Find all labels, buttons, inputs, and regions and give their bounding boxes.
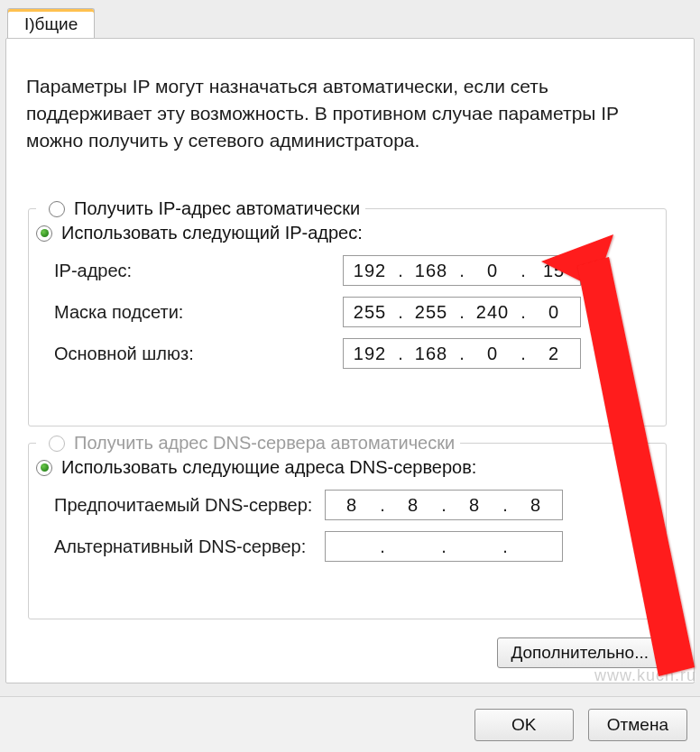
tab-general[interactable]: I)бщие: [7, 8, 95, 40]
label-ip-address: IP-адрес:: [54, 261, 343, 281]
input-alternate-dns[interactable]: . . .: [325, 531, 563, 562]
radio-ip-auto-row: Получить IP-адрес автоматически: [36, 198, 365, 219]
ok-button[interactable]: OK: [474, 709, 574, 741]
radio-ip-manual-label: Использовать следующий IP-адрес:: [61, 223, 363, 243]
radio-ip-manual[interactable]: [36, 225, 52, 242]
row-alternate-dns: Альтернативный DNS-сервер: . . .: [54, 528, 657, 564]
tab-strip: I)бщие: [7, 5, 95, 40]
cancel-button[interactable]: Отмена: [588, 709, 687, 741]
radio-ip-auto[interactable]: [49, 201, 65, 217]
content-panel: Параметры IP могут назначаться автоматич…: [5, 38, 695, 683]
row-subnet-mask: Маска подсети: 255. 255. 240. 0: [54, 294, 657, 330]
radio-dns-manual-label: Использовать следующие адреса DNS-сервер…: [61, 457, 476, 478]
dialog-button-bar: OK Отмена: [0, 696, 700, 752]
advanced-button[interactable]: Дополнительно...: [497, 637, 662, 668]
row-default-gateway: Основной шлюз: 192. 168. 0. 2: [54, 335, 657, 371]
radio-dns-manual[interactable]: [36, 460, 52, 476]
label-subnet-mask: Маска подсети:: [54, 302, 343, 323]
label-default-gateway: Основной шлюз:: [54, 344, 343, 364]
row-ip-address: IP-адрес: 192. 168. 0. 15: [54, 252, 657, 289]
input-ip-address[interactable]: 192. 168. 0. 15: [343, 255, 581, 286]
input-subnet-mask[interactable]: 255. 255. 240. 0: [343, 297, 581, 327]
watermark-text: www.kuch.ru: [594, 666, 696, 685]
description-text: Параметры IP могут назначаться автоматич…: [26, 73, 667, 154]
group-dns: Получить адрес DNS-сервера автоматически…: [28, 443, 667, 619]
radio-dns-auto-label: Получить адрес DNS-сервера автоматически: [74, 433, 455, 454]
label-preferred-dns: Предпочитаемый DNS-сервер:: [54, 495, 325, 516]
radio-ip-auto-label: Получить IP-адрес автоматически: [74, 198, 360, 219]
advanced-row: Дополнительно...: [497, 637, 662, 668]
dialog-frame: I)бщие Параметры IP могут назначаться ав…: [0, 0, 700, 752]
input-preferred-dns[interactable]: 8. 8. 8. 8: [325, 490, 563, 520]
group-ip: Получить IP-адрес автоматически Использо…: [28, 208, 667, 426]
radio-dns-auto: [49, 436, 65, 452]
input-default-gateway[interactable]: 192. 168. 0. 2: [343, 338, 581, 369]
radio-dns-auto-row: Получить адрес DNS-сервера автоматически: [36, 433, 460, 454]
label-alternate-dns: Альтернативный DNS-сервер:: [54, 536, 325, 557]
row-preferred-dns: Предпочитаемый DNS-сервер: 8. 8. 8. 8: [54, 487, 657, 523]
